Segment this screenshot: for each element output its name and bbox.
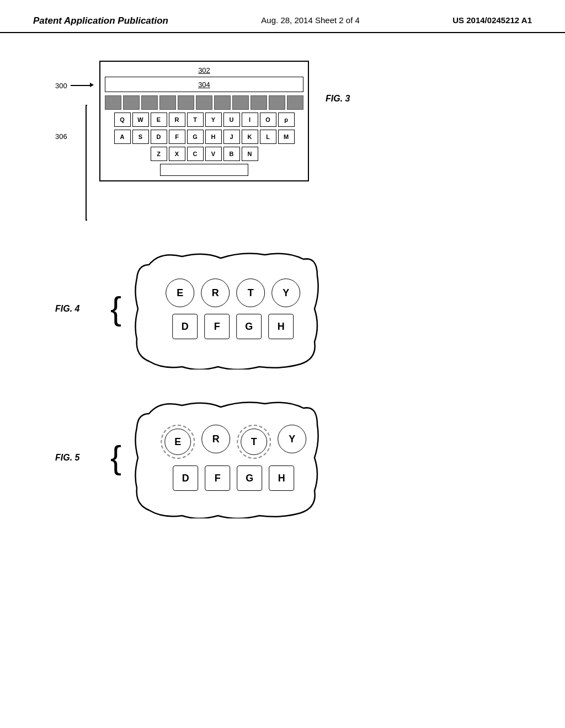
gray-key-6 [196, 95, 212, 110]
key-Y: Y [205, 113, 222, 127]
fig5-key-T-highlight: T [237, 425, 271, 459]
key-Z: Z [151, 147, 167, 161]
key-K: K [242, 130, 258, 144]
key-W: W [132, 113, 149, 127]
fig4-key-G: G [236, 314, 262, 339]
space-bar [160, 164, 248, 176]
key-Q: Q [114, 113, 131, 127]
gray-key-9 [250, 95, 267, 110]
fig4-top-row: E R T Y [166, 279, 300, 307]
fig4-keys: E R T Y D F G H [166, 279, 300, 339]
ref-304-label: 304 [108, 81, 301, 89]
key-E: E [151, 113, 167, 127]
fig4-key-D: D [172, 314, 198, 339]
key-D: D [151, 130, 167, 144]
fig4-section: FIG. 4 { E R T Y D F G H [55, 248, 532, 370]
fig4-label: FIG. 4 [55, 304, 99, 314]
fig4-brace: { [110, 292, 121, 325]
key-U: U [223, 113, 240, 127]
key-F: F [169, 130, 185, 144]
fig5-bottom-row: D F G H [161, 465, 306, 491]
fig3-label: FIG. 3 [326, 94, 350, 104]
fig5-key-F: F [205, 465, 230, 491]
fig4-bottom-row: D F G H [166, 314, 300, 339]
key-C: C [187, 147, 204, 161]
key-S: S [132, 130, 149, 144]
key-A: A [114, 130, 131, 144]
asdf-row: A S D F G H J K L M [105, 130, 303, 144]
fig5-key-E: E [164, 429, 191, 455]
fig4-key-R: R [201, 279, 230, 307]
key-T: T [187, 113, 204, 127]
page-content: 300 306 302 304 [0, 33, 565, 535]
gray-key-3 [141, 95, 158, 110]
keyboard-diagram: 302 304 Q W [99, 61, 309, 181]
fig5-brace: { [110, 441, 121, 474]
key-M: M [278, 130, 295, 144]
qwerty-row: Q W E R T Y U I O p [105, 113, 303, 127]
zxcv-row: Z X C V B N [105, 147, 303, 161]
fig5-key-R: R [201, 425, 230, 453]
gray-key-1 [105, 95, 121, 110]
fig4-key-T: T [236, 279, 265, 307]
key-O: O [260, 113, 276, 127]
gray-key-8 [232, 95, 249, 110]
fig5-key-Y: Y [278, 425, 306, 453]
fig5-key-E-highlight: E [161, 425, 195, 459]
gray-key-row [105, 95, 303, 110]
key-R: R [169, 113, 185, 127]
fig5-key-T: T [241, 429, 267, 455]
key-V: V [205, 147, 222, 161]
key-H: H [205, 130, 222, 144]
fig5-label: FIG. 5 [55, 453, 99, 463]
gray-key-2 [123, 95, 140, 110]
key-P: p [278, 113, 295, 127]
fig4-key-Y: Y [271, 279, 300, 307]
gray-key-10 [269, 95, 285, 110]
fig5-keys: E R T Y D F G H [161, 425, 306, 491]
fig5-key-G: G [237, 465, 262, 491]
key-B: B [223, 147, 240, 161]
text-input-bar: 304 [105, 77, 303, 92]
fig4-key-E: E [166, 279, 194, 307]
patent-number: US 2014/0245212 A1 [452, 15, 532, 25]
key-G: G [187, 130, 204, 144]
sheet-info: Aug. 28, 2014 Sheet 2 of 4 [261, 15, 359, 25]
fig5-top-row: E R T Y [161, 425, 306, 459]
ref-300-label: 300 [55, 82, 67, 90]
ref-306-label: 306 [55, 132, 67, 141]
key-L: L [260, 130, 276, 144]
gray-key-4 [159, 95, 176, 110]
fig3-label-area: FIG. 3 [326, 94, 350, 104]
fig4-blob: E R T Y D F G H [132, 248, 320, 370]
fig5-blob: E R T Y D F G H [132, 397, 320, 518]
fig4-key-H: H [268, 314, 294, 339]
gray-key-7 [214, 95, 231, 110]
fig3-section: 300 306 302 304 [55, 61, 532, 226]
page-header: Patent Application Publication Aug. 28, … [0, 0, 565, 33]
fig5-section: FIG. 5 { E R T [55, 397, 532, 518]
fig4-key-F: F [204, 314, 230, 339]
key-I: I [242, 113, 258, 127]
fig5-key-H: H [269, 465, 294, 491]
fig5-key-D: D [173, 465, 198, 491]
ref-302-label: 302 [105, 66, 303, 74]
gray-key-5 [178, 95, 194, 110]
key-N: N [242, 147, 258, 161]
key-J: J [223, 130, 240, 144]
publication-label: Patent Application Publication [33, 15, 168, 26]
gray-key-11 [287, 95, 303, 110]
key-X: X [169, 147, 185, 161]
